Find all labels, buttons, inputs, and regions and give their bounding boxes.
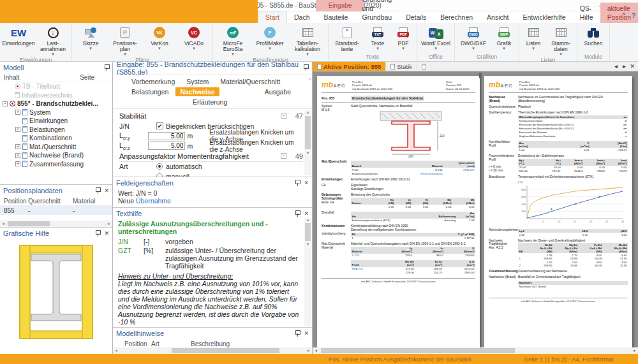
vicado-button[interactable]: VC ViCADo▾	[177, 24, 211, 50]
close-panel-icon[interactable]: ✕	[104, 187, 109, 194]
tab-baustatik[interactable]: BauStatik	[0, 0, 258, 23]
horizontal-scrollbar[interactable]: ◄ ►	[113, 347, 312, 354]
section-anpassungsfaktor[interactable]: Anpassungsfaktor Momententragfähigkeit −…	[119, 151, 303, 162]
expand-icon[interactable]: +	[15, 153, 20, 158]
skizze-button[interactable]: Skizze▾	[74, 24, 107, 50]
scroll-right-icon[interactable]: ►	[106, 222, 112, 226]
tree-item-kombinationen[interactable]: Kombinationen	[3, 134, 112, 143]
einwirkungen-button[interactable]: EW Einwirkungen	[2, 24, 35, 47]
expand-icon[interactable]: +	[15, 110, 20, 115]
collapse-ribbon-icon[interactable]: ^	[622, 12, 625, 19]
tree-item-nachweise-brand[interactable]: +Nachweise (Brand)	[3, 151, 112, 160]
horizontal-scrollbar[interactable]: ◄ ►	[0, 221, 112, 227]
scroll-left-icon[interactable]: ◄	[313, 349, 319, 353]
scroll-right-icon[interactable]: ►	[632, 349, 638, 353]
expand-icon[interactable]: +	[15, 144, 20, 149]
automatisch-radio[interactable]	[156, 163, 163, 170]
scroll-left-icon[interactable]: ◄	[113, 349, 119, 353]
pin-icon[interactable]	[295, 180, 300, 186]
tab-back-icon[interactable]: ◄	[614, 64, 619, 69]
pin-icon[interactable]	[295, 210, 300, 217]
suchen-button[interactable]: Suchen	[579, 24, 607, 47]
tabellenkalkulation-button[interactable]: Tabellen-kalkulation▾	[289, 24, 326, 56]
tab-vorbemerkung[interactable]: Vorbemerkung	[127, 77, 179, 86]
tab-erlaeuterung[interactable]: Erläuterung	[188, 98, 232, 106]
collapse-section-icon[interactable]: −	[281, 153, 286, 159]
tab-ansicht[interactable]: Ansicht	[480, 11, 516, 23]
stammdaten-button[interactable]: Stamm-daten▾	[547, 24, 575, 56]
lcrz-input[interactable]	[148, 142, 185, 150]
tree-item-zusammenfassung[interactable]: +Zusammenfassung	[3, 160, 112, 169]
scroll-up-icon[interactable]: ▲	[306, 218, 310, 222]
tab-belastungen[interactable]: Belastungen	[127, 87, 173, 96]
tree-item-inhaltsverzeichnis[interactable]: Inhaltsverzeichnis	[3, 91, 112, 100]
pin-icon[interactable]	[303, 64, 308, 71]
vertical-scrollbar[interactable]: ▲ ▼	[304, 110, 311, 175]
pin-icon[interactable]	[295, 330, 300, 337]
scroll-down-icon[interactable]: ▼	[306, 151, 310, 155]
standardtexte-button[interactable]: A Standard-texte	[330, 24, 364, 52]
grafik-button[interactable]: BMP Grafik▾	[491, 24, 517, 50]
lastannahmen-button[interactable]: ↓ Last-annahmen▾	[36, 24, 70, 56]
profilmaker-button[interactable]: P ProfilMaker▾	[252, 24, 288, 50]
collapse-expander-icon[interactable]: −	[3, 101, 8, 106]
scroll-up-icon[interactable]: ▲	[306, 110, 310, 114]
tab-dach[interactable]: Dach	[287, 11, 317, 23]
scrollbar-thumb[interactable]	[305, 223, 311, 241]
pin-icon[interactable]	[95, 230, 100, 237]
scroll-down-icon[interactable]: ▼	[306, 242, 310, 246]
close-panel-icon[interactable]: ✕	[104, 230, 109, 237]
tab-berechnen[interactable]: Berechnen	[433, 11, 480, 23]
tree-item-855[interactable]: −855* - Brandschutzbeklei...	[3, 99, 112, 108]
page-splitter-handle[interactable]	[479, 73, 482, 78]
tab-entwicklerhilfe[interactable]: Entwicklerhilfe	[516, 11, 573, 23]
tree-item-belastungen[interactable]: +Belastungen	[3, 126, 112, 135]
collapse-section-icon[interactable]: −	[281, 113, 286, 119]
pin-icon[interactable]	[104, 64, 109, 71]
doc-tab-aktive-position[interactable]: Aktive Position: 855	[313, 62, 386, 71]
scroll-up-icon[interactable]: ^	[309, 77, 311, 82]
tab-bauteile[interactable]: Bauteile	[317, 11, 355, 23]
pdf-button[interactable]: PDF PDF▾	[392, 24, 415, 50]
pin-icon[interactable]	[95, 187, 100, 194]
uebernahme-link[interactable]: Übernahme	[136, 197, 171, 205]
scrollbar-thumb[interactable]	[172, 348, 279, 353]
tab-nachweise[interactable]: Nachweise	[175, 87, 219, 96]
close-document-icon[interactable]: ✕	[630, 63, 635, 69]
microfe-button[interactable]: mF MicroFe EuroSta▾	[215, 24, 251, 56]
positionsplan-button[interactable]: P Positions-plan▾	[108, 24, 142, 56]
tab-gruendung[interactable]: Gründung und Grundbau	[355, 0, 399, 23]
varkon-button[interactable]: VK VarKon▾	[143, 24, 176, 50]
doc-tab-new[interactable]	[417, 62, 431, 71]
expand-icon[interactable]: +	[15, 127, 20, 132]
tab-system[interactable]: System	[182, 77, 213, 86]
doc-tab-statik[interactable]: Statik	[386, 62, 417, 71]
tab-forward-icon[interactable]: ►	[622, 64, 627, 69]
close-panel-icon[interactable]: ✕	[304, 210, 309, 217]
document-horizontal-scrollbar[interactable]: ◄ ►	[313, 347, 638, 354]
texte-button[interactable]: TXT Texte▾	[365, 24, 390, 50]
dwgdxf-button[interactable]: DWG DWG/DXF▾	[457, 24, 490, 50]
tree-item-einwirkungen[interactable]: Einwirkungen	[3, 117, 112, 126]
tab-qs-hilfe[interactable]: QS-Hilfe	[573, 3, 600, 23]
vertical-scrollbar[interactable]: ▲ ▼	[304, 218, 311, 326]
section-stabilitaet[interactable]: Stabilität − 47	[119, 110, 303, 121]
help-icon[interactable]: ?	[632, 12, 635, 19]
wordexcel-button[interactable]: W X Word/ Excel▾	[419, 24, 452, 50]
tab-ausgabe[interactable]: Ausgabe	[260, 87, 295, 96]
scroll-right-icon[interactable]: ►	[306, 349, 312, 353]
close-panel-icon[interactable]: ✕	[304, 330, 309, 337]
tree-item-system[interactable]: +System	[3, 108, 112, 117]
tab-details[interactable]: Details	[399, 11, 433, 23]
tree-item-titelblatt[interactable]: TB - Titelblatt	[3, 82, 112, 91]
scroll-left-icon[interactable]: ◄	[0, 222, 6, 226]
close-panel-icon[interactable]: ✕	[304, 180, 309, 186]
tab-material-querschnitt[interactable]: Material/Querschnitt	[216, 77, 285, 86]
tree-item-mat-querschnitt[interactable]: +Mat./Querschnitt	[3, 143, 112, 152]
positionsplan-row[interactable]: 855 - -	[0, 206, 112, 215]
tab-start[interactable]: Start	[258, 11, 287, 23]
scrollbar-thumb[interactable]	[305, 116, 311, 149]
listen-button[interactable]: Listen▾	[521, 24, 545, 50]
lcry-input[interactable]	[148, 132, 185, 140]
scrollbar-thumb[interactable]	[8, 221, 50, 226]
